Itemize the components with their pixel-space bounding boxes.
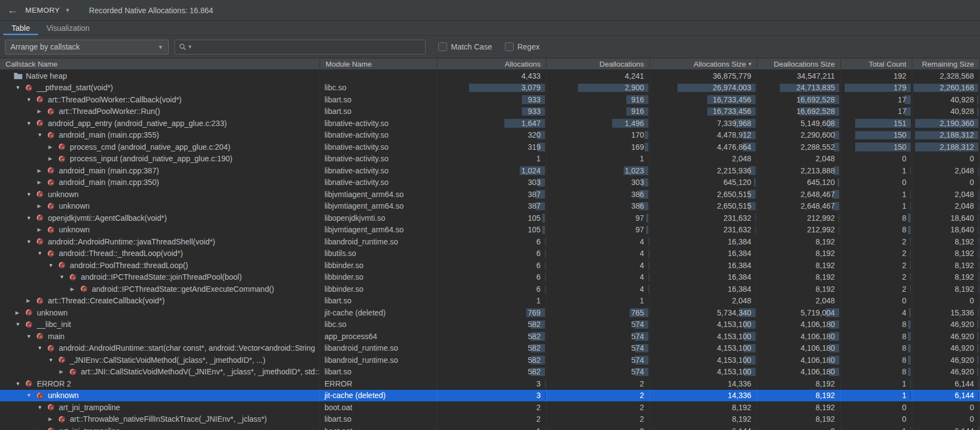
collapse-arrow-icon[interactable]: ▼ (37, 132, 47, 138)
table-row[interactable]: ▶art::Throwable_nativeFillInStackTrace(_… (0, 413, 980, 426)
collapse-arrow-icon[interactable]: ▼ (15, 381, 25, 387)
expand-arrow-icon[interactable]: ▶ (26, 298, 36, 303)
table-row[interactable]: ▼unknownlibjvmtiagent_arm64.so3873862,65… (0, 188, 980, 200)
collapse-arrow-icon[interactable]: ▼ (37, 405, 47, 410)
table-row[interactable]: ▼mainapp_process645825744,153,1004,106,1… (0, 330, 980, 342)
column-header-deallocations[interactable]: Deallocations (547, 58, 650, 69)
table-row[interactable]: ▼__pthread_start(void*)libc.so3,0792,900… (0, 82, 980, 94)
table-row[interactable]: ▼openjdkjvmti::AgentCallback(void*)libop… (0, 212, 980, 224)
table-row[interactable]: ▶android::IPCThreadState::getAndExecuteC… (0, 283, 980, 295)
collapse-arrow-icon[interactable]: ▼ (26, 121, 36, 126)
total-count-cell: 8 (841, 342, 912, 355)
remaining-size-cell: 46,920 (912, 366, 980, 378)
table-row[interactable]: ▶art_jni_trampolineboot.oat106,144016,14… (0, 425, 980, 430)
value-label: 2 (536, 403, 541, 412)
collapse-arrow-icon[interactable]: ▼ (26, 97, 36, 102)
allocation-function-icon (25, 308, 34, 317)
expand-arrow-icon[interactable]: ▶ (48, 156, 58, 161)
regex-checkbox[interactable]: Regex (505, 42, 539, 51)
session-selector[interactable]: MEMORY ▼ (25, 6, 79, 14)
arrange-dropdown[interactable]: Arrange by callstack ▼ (5, 40, 169, 55)
column-header-module-name[interactable]: Module Name (320, 58, 437, 69)
tab-visualization[interactable]: Visualization (38, 21, 97, 35)
collapse-arrow-icon[interactable]: ▼ (15, 85, 25, 90)
collapse-arrow-icon[interactable]: ▼ (26, 239, 36, 244)
tab-table[interactable]: Table (3, 21, 38, 35)
module-name-cell: libart.so (320, 413, 437, 426)
table-row[interactable]: ▶process_cmd (android_native_app_glue.c:… (0, 141, 980, 153)
table-row[interactable]: ▼art::ThreadPoolWorker::Callback(void*)l… (0, 94, 980, 106)
expand-arrow-icon[interactable]: ▶ (48, 416, 58, 422)
expand-arrow-icon[interactable]: ▶ (37, 227, 47, 232)
search-history-chevron-icon[interactable]: ▼ (188, 44, 192, 50)
table-row[interactable]: ▼unknownjit-cache (deleted)3214,3368,192… (0, 390, 980, 402)
value-label: 105 (528, 225, 541, 234)
callstack-name-cell: ▼unknown (0, 188, 320, 200)
callstack-name-label: unknown (59, 202, 90, 210)
table-row[interactable]: ▼android::PoolThread::threadLoop()libbin… (0, 259, 980, 271)
column-header-allocations[interactable]: Allocations (437, 58, 547, 69)
table-row[interactable]: ▼__libc_initlibc.so5825744,153,1004,106,… (0, 319, 980, 331)
table-row[interactable]: ▶unknownlibjvmtiagent_arm64.so10597231,6… (0, 224, 980, 236)
remaining-size-cell: 2,048 (912, 188, 980, 200)
collapse-arrow-icon[interactable]: ▼ (37, 251, 47, 256)
value-label: 645,120 (807, 178, 835, 187)
table-row[interactable]: ▼_JNIEnv::CallStaticVoidMethod(_jclass*,… (0, 354, 980, 366)
allocations-cell: 105 (437, 224, 547, 236)
table-row[interactable]: ▼android::AndroidRuntime::start(char con… (0, 342, 980, 355)
expand-arrow-icon[interactable]: ▶ (37, 108, 47, 114)
collapse-arrow-icon[interactable]: ▼ (48, 357, 58, 363)
table-row[interactable]: ▼android::AndroidRuntime::javaThreadShel… (0, 236, 980, 248)
deallocations-cell: 2 (547, 413, 650, 426)
value-magnitude-bar (909, 308, 911, 317)
table-row[interactable]: ▼Native heap4,4334,24136,875,77934,547,2… (0, 70, 980, 82)
collapse-arrow-icon[interactable]: ▼ (26, 192, 36, 197)
table-row[interactable]: ▼android::IPCThreadState::joinThreadPool… (0, 271, 980, 284)
column-header-remaining-size[interactable]: Remaining Size (912, 58, 980, 69)
back-button[interactable]: ← (0, 0, 25, 20)
collapse-arrow-icon[interactable]: ▼ (26, 215, 36, 221)
expand-arrow-icon[interactable]: ▶ (70, 286, 80, 292)
expand-arrow-icon[interactable]: ▶ (15, 310, 25, 315)
column-header-total-count[interactable]: Total Count (841, 58, 912, 69)
collapse-arrow-icon[interactable]: ▼ (15, 322, 25, 327)
collapse-arrow-icon[interactable]: ▼ (26, 393, 36, 398)
expand-arrow-icon[interactable]: ▶ (48, 144, 58, 150)
column-header-allocations-size[interactable]: Allocations Size▾ (650, 58, 757, 69)
value-label: 2 (902, 249, 906, 258)
table-row[interactable]: ▼ERROR 2ERROR3214,3368,19216,144 (0, 378, 980, 390)
value-label: 582 (528, 367, 541, 376)
table-row[interactable]: ▶art::Thread::CreateCallback(void*)libar… (0, 295, 980, 307)
table-row[interactable]: ▼android_main (main.cpp:355)libnative-ac… (0, 129, 980, 141)
table-row[interactable]: ▼android_app_entry (android_native_app_g… (0, 117, 980, 129)
collapse-arrow-icon[interactable]: ▼ (37, 345, 47, 351)
allocation-function-icon (69, 368, 78, 376)
value-label: 8 (902, 344, 906, 352)
table-row[interactable]: ▶art::JNI::CallStaticVoidMethodV(_JNIEnv… (0, 366, 980, 378)
match-case-checkbox[interactable]: Match Case (438, 42, 492, 51)
search-box[interactable]: ▼ (174, 40, 426, 55)
expand-arrow-icon[interactable]: ▶ (37, 179, 47, 185)
table-row[interactable]: ▼art_jni_trampolineboot.oat228,1928,1920… (0, 401, 980, 413)
table-row[interactable]: ▶art::ThreadPoolWorker::Run()libart.so93… (0, 106, 980, 118)
table-row[interactable]: ▶unknownjit-cache (deleted)7697655,734,3… (0, 307, 980, 319)
checkbox-icon[interactable] (438, 42, 447, 51)
table-row[interactable]: ▼android::Thread::_threadLoop(void*)libu… (0, 248, 980, 260)
column-header-callstack-name[interactable]: Callstack Name (0, 58, 320, 69)
table-row[interactable]: ▶android_main (main.cpp:387)libnative-ac… (0, 165, 980, 177)
value-label: 192 (894, 72, 906, 80)
table-row[interactable]: ▶unknownlibjvmtiagent_arm64.so3873862,65… (0, 200, 980, 213)
table-row[interactable]: ▶android_main (main.cpp:350)libnative-ac… (0, 177, 980, 189)
expand-arrow-icon[interactable]: ▶ (59, 369, 69, 374)
deallocations-size-cell: 16,692,528 (757, 94, 841, 106)
expand-arrow-icon[interactable]: ▶ (37, 203, 47, 209)
value-label: 18,640 (950, 214, 974, 222)
table-row[interactable]: ▶process_input (android_native_app_glue.… (0, 153, 980, 165)
search-input[interactable] (196, 42, 421, 52)
collapse-arrow-icon[interactable]: ▼ (59, 274, 69, 280)
collapse-arrow-icon[interactable]: ▼ (26, 334, 36, 339)
column-header-deallocations-size[interactable]: Deallocations Size (757, 58, 841, 69)
expand-arrow-icon[interactable]: ▶ (37, 168, 47, 173)
collapse-arrow-icon[interactable]: ▼ (48, 263, 58, 268)
checkbox-icon[interactable] (505, 42, 514, 51)
